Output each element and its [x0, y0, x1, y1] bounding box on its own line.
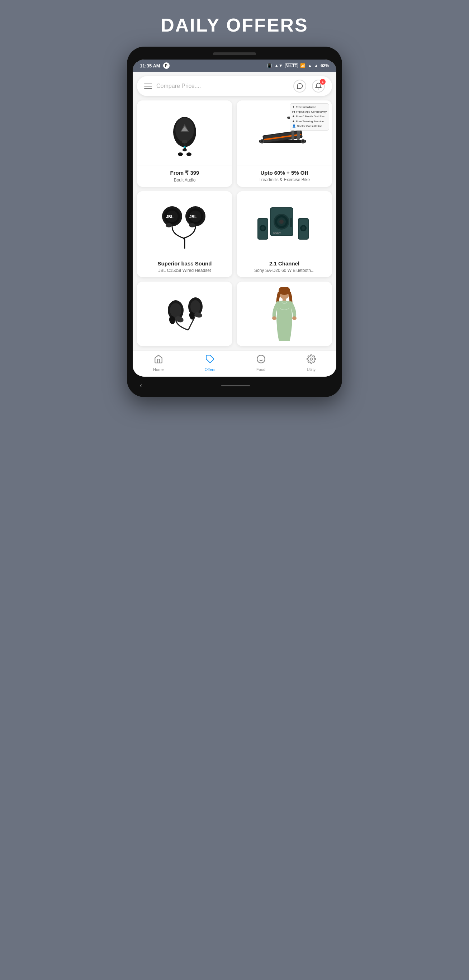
bottom-nav: Home Offers [133, 350, 336, 377]
svg-point-68 [310, 358, 313, 361]
food-label: Food [256, 368, 266, 372]
jbl-info: Superior bass Sound JBL C150SI Wired Hea… [137, 256, 232, 277]
svg-point-34 [189, 223, 196, 228]
badge-item-2: FtFitplus App Connectivity [292, 110, 327, 114]
svg-point-40 [279, 220, 284, 224]
vibrate-icon: 📳 [267, 63, 272, 68]
svg-point-45 [261, 226, 265, 230]
phone-speaker [213, 52, 256, 55]
svg-text:SONY: SONY [273, 232, 281, 235]
whatsapp-button[interactable] [293, 80, 306, 92]
offers-icon [205, 355, 215, 366]
svg-point-52 [170, 303, 181, 317]
product-card-boult[interactable]: From ₹ 399 Boult Audio [137, 100, 232, 187]
sony-info: 2.1 Channel Sony SA-D20 60 W Bluetooth..… [237, 256, 332, 277]
svg-point-4 [182, 140, 188, 143]
nav-item-utility[interactable]: Utiity [307, 355, 316, 372]
sony-price: 2.1 Channel [241, 261, 328, 267]
signal-icon: 📶 [300, 63, 305, 68]
notification-button[interactable]: 1 [312, 80, 325, 92]
product-card-sony[interactable]: SONY 2.1 Channel Sony SA-D20 60 W Blueto… [237, 191, 332, 277]
home-label: Home [153, 368, 164, 372]
svg-point-56 [191, 300, 200, 313]
status-left: 11:35 AM P [140, 62, 170, 69]
nav-item-home[interactable]: Home [153, 355, 164, 372]
jbl-name: JBL C150SI Wired Headset [141, 268, 228, 273]
treadmill-badge: ✦Free Installation FtFitplus App Connect… [290, 103, 329, 130]
search-placeholder[interactable]: Compare Price.... [156, 83, 289, 89]
hamburger-menu[interactable] [144, 84, 152, 89]
svg-text:JBL: JBL [166, 215, 173, 219]
jbl-price: Superior bass Sound [141, 261, 228, 267]
nav-item-food[interactable]: Food [256, 355, 266, 372]
badge-item-1: ✦Free Installation [292, 105, 327, 109]
search-bar: Compare Price.... 1 [137, 76, 332, 96]
badge-item-3: ✦Free 6 Month Diet Plan [292, 115, 327, 118]
boult-name: Boult Audio [141, 178, 228, 183]
product-card-dress[interactable] [237, 282, 332, 346]
sony-name: Sony SA-D20 60 W Bluetooth... [241, 268, 328, 273]
time-display: 11:35 AM [140, 63, 160, 68]
earphone2-image-container [137, 282, 232, 346]
svg-point-7 [184, 146, 186, 148]
svg-point-63 [292, 317, 297, 320]
sony-image: SONY [256, 200, 313, 247]
product-card-jbl[interactable]: JBL JBL [137, 191, 232, 277]
svg-point-8 [178, 153, 183, 156]
dress-image [266, 287, 302, 341]
signal3-icon: ▲ [314, 63, 318, 68]
phone-bottom-bar: ‹ [133, 377, 336, 391]
treadmill-name: Treadmills & Exercise Bike [241, 177, 328, 182]
search-icons: 1 [293, 80, 325, 92]
signal2-icon: ▲ [308, 63, 312, 68]
phone-device: 11:35 AM P 📳 ▲▼ VoLTE 📶 ▲ ▲ 62% Compare … [127, 47, 342, 397]
home-indicator[interactable] [221, 385, 250, 387]
treadmill-info: Upto 60% + 5% Off Treadmills & Exercise … [237, 165, 332, 186]
utility-icon [307, 355, 316, 366]
home-icon [154, 355, 163, 366]
phone-screen: 11:35 AM P 📳 ▲▼ VoLTE 📶 ▲ ▲ 62% Compare … [133, 60, 336, 377]
svg-point-23 [302, 140, 304, 142]
badge-item-4: ✦Free Training Session [292, 119, 327, 123]
earphone2-image [159, 291, 210, 337]
products-grid: From ₹ 399 Boult Audio [133, 100, 336, 350]
jbl-image-container: JBL JBL [137, 191, 232, 256]
boult-info: From ₹ 399 Boult Audio [137, 165, 232, 187]
svg-point-65 [257, 355, 265, 363]
notification-badge: 1 [320, 79, 326, 85]
svg-point-33 [166, 223, 172, 228]
svg-point-6 [183, 148, 187, 151]
food-icon [256, 355, 266, 366]
nav-item-offers[interactable]: Offers [205, 355, 216, 372]
p-icon: P [163, 62, 170, 69]
boult-price: From ₹ 399 [141, 170, 228, 176]
sony-image-container: SONY [237, 191, 332, 256]
svg-point-49 [302, 226, 305, 230]
battery-display: 62% [321, 63, 329, 68]
offers-label: Offers [205, 368, 216, 372]
treadmill-image-container: ✦Free Installation FtFitplus App Connect… [237, 100, 332, 165]
wifi-icon: ▲▼ [274, 63, 283, 68]
page-title: DAILY OFFERS [161, 14, 308, 36]
product-card-earphone2[interactable] [137, 282, 232, 346]
jbl-image: JBL JBL [156, 198, 213, 248]
treadmill-price: Upto 60% + 5% Off [241, 170, 328, 176]
product-card-treadmill[interactable]: ✦Free Installation FtFitplus App Connect… [237, 100, 332, 187]
svg-point-9 [186, 153, 191, 156]
boult-audio-image [167, 108, 203, 158]
status-bar: 11:35 AM P 📳 ▲▼ VoLTE 📶 ▲ ▲ 62% [133, 60, 336, 72]
badge-item-5: 👤Doctor Consultation [292, 124, 327, 128]
svg-rect-41 [290, 218, 292, 227]
back-button[interactable]: ‹ [140, 382, 142, 389]
boult-image-container [137, 100, 232, 165]
status-right: 📳 ▲▼ VoLTE 📶 ▲ ▲ 62% [267, 63, 329, 68]
volte-icon: VoLTE [285, 64, 298, 68]
svg-point-62 [272, 317, 277, 320]
dress-image-container [237, 282, 332, 346]
svg-text:JBL: JBL [189, 215, 197, 219]
svg-point-22 [261, 140, 263, 142]
utility-label: Utiity [307, 368, 316, 372]
